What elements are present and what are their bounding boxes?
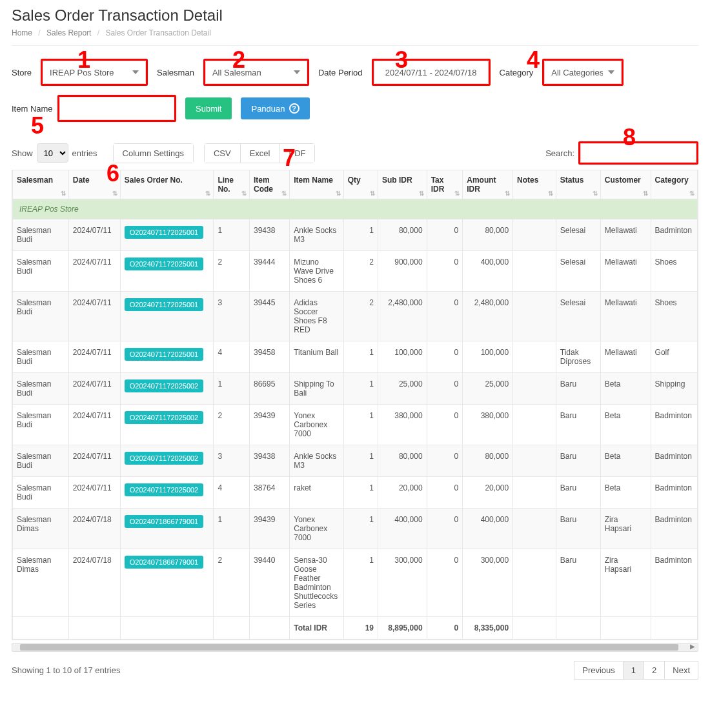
export-pdf-button[interactable]: PDF [279,144,314,163]
next-page-button[interactable]: Next [664,661,698,680]
salesman-label: Salesman [157,68,194,77]
column-header[interactable]: Sales Order No.⇅ [120,170,214,199]
order-pill[interactable]: O2024071172025002 [125,411,203,424]
order-pill[interactable]: O2024071172025001 [125,258,203,270]
sort-icon: ⇅ [505,191,510,196]
column-header[interactable]: Status⇅ [556,170,600,199]
order-pill[interactable]: O2024071172025001 [125,298,203,311]
prev-page-button[interactable]: Previous [574,661,624,680]
table-row: Salesman Dimas2024/07/18O202407186677900… [13,549,698,617]
column-header[interactable]: Tax IDR⇅ [427,170,463,199]
column-header[interactable]: Item Code⇅ [249,170,289,199]
breadcrumb-home[interactable]: Home [12,28,32,37]
table-row: Salesman Budi2024/07/11O2024071172025001… [13,341,698,373]
sort-icon: ⇅ [112,191,117,196]
order-pill[interactable]: O2024071172025001 [125,348,203,361]
submit-button[interactable]: Submit [185,97,232,119]
table-row: Salesman Budi2024/07/11O2024071172025002… [13,405,698,445]
sort-icon: ⇅ [370,191,375,196]
search-input[interactable] [580,143,696,163]
column-header[interactable]: Sub IDR⇅ [378,170,427,199]
order-pill[interactable]: O2024071172025002 [125,379,203,392]
column-settings-button[interactable]: Column Settings [114,144,193,163]
column-header[interactable]: Salesman⇅ [13,170,69,199]
panduan-button[interactable]: Panduan? [241,97,309,119]
table-row: Salesman Budi2024/07/11O2024071172025001… [13,292,698,341]
help-icon: ? [289,103,299,114]
page-size-select[interactable]: 10 [37,143,68,163]
breadcrumb-active: Sales Order Transaction Detail [105,28,210,37]
sort-icon: ⇅ [205,191,210,196]
column-header[interactable]: Line No.⇅ [214,170,250,199]
total-amount: 8,335,000 [463,617,513,640]
sort-icon: ⇅ [548,191,553,196]
breadcrumb-sales-report[interactable]: Sales Report [46,28,91,37]
total-sub: 8,895,000 [378,617,427,640]
group-row: IREAP Pos Store [13,199,698,219]
column-header[interactable]: Amount IDR⇅ [463,170,513,199]
store-select[interactable]: IREAP Pos Store [43,61,146,84]
table-row: Salesman Dimas2024/07/18O202407186677900… [13,509,698,549]
sort-icon: ⇅ [454,191,460,196]
sales-table: Salesman⇅Date⇅Sales Order No.⇅Line No.⇅I… [12,170,698,640]
total-tax: 0 [427,617,463,640]
order-pill[interactable]: O2024071866779001 [125,556,203,569]
show-label: Show [12,148,33,158]
table-row: Salesman Budi2024/07/11O2024071172025001… [13,251,698,292]
table-row: Salesman Budi2024/07/11O2024071172025002… [13,477,698,509]
sort-icon: ⇅ [281,191,287,196]
order-pill[interactable]: O2024071172025001 [125,226,203,239]
entries-label: entries [72,148,97,158]
column-header[interactable]: Category⇅ [651,170,697,199]
page-2-button[interactable]: 2 [644,661,665,680]
page-1-button[interactable]: 1 [623,661,644,680]
table-row: Salesman Budi2024/07/11O2024071172025002… [13,445,698,477]
order-pill[interactable]: O2024071866779001 [125,515,203,528]
pagination: Previous 1 2 Next [574,661,698,680]
column-header[interactable]: Qty⇅ [343,170,378,199]
column-header[interactable]: Item Name⇅ [290,170,343,199]
sort-icon: ⇅ [593,191,598,196]
item-name-input[interactable] [59,97,174,120]
order-pill[interactable]: O2024071172025002 [125,452,203,465]
date-period-input[interactable] [374,61,489,84]
sort-icon: ⇅ [643,191,648,196]
table-row: Salesman Budi2024/07/11O2024071172025001… [13,219,698,251]
page-title: Sales Order Transaction Detail [12,6,698,25]
column-header[interactable]: Date⇅ [68,170,120,199]
table-row: Salesman Budi2024/07/11O2024071172025002… [13,373,698,405]
sort-icon: ⇅ [419,191,424,196]
total-qty: 19 [343,617,378,640]
export-csv-button[interactable]: CSV [205,144,241,163]
store-label: Store [12,68,32,77]
search-label: Search: [545,148,574,158]
category-select[interactable]: All Categories [544,61,622,84]
horizontal-scrollbar[interactable] [12,643,698,652]
sort-icon: ⇅ [689,191,695,196]
item-name-label: Item Name [12,104,48,114]
sort-icon: ⇅ [61,191,66,196]
salesman-select[interactable]: All Salesman [205,61,307,84]
date-period-label: Date Period [318,68,363,77]
column-header[interactable]: Notes⇅ [513,170,556,199]
sort-icon: ⇅ [336,191,341,196]
export-excel-button[interactable]: Excel [241,144,280,163]
breadcrumb: Home / Sales Report / Sales Order Transa… [12,28,698,37]
total-label: Total IDR [290,617,343,640]
sort-icon: ⇅ [241,191,247,196]
showing-info: Showing 1 to 10 of 17 entries [12,665,120,675]
order-pill[interactable]: O2024071172025002 [125,483,203,496]
category-label: Category [500,68,534,77]
column-header[interactable]: Customer⇅ [600,170,651,199]
